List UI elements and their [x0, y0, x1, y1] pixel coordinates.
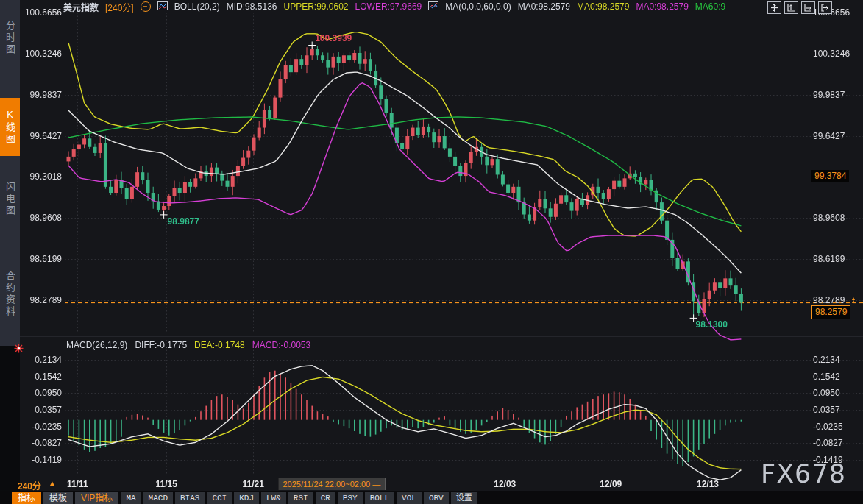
price-label-right: 100.3246: [813, 48, 850, 60]
boll-chart-icon[interactable]: [157, 1, 168, 13]
timeframe-dropdown-arrow-icon[interactable]: ▲: [49, 479, 56, 487]
date-tick: 11/21: [243, 479, 264, 489]
toolbar-indicator-button[interactable]: CCI: [207, 492, 232, 504]
toolbar-tab-2[interactable]: 模板: [43, 492, 73, 504]
current-price-badge: 98.2579: [811, 305, 850, 319]
price-up-arrow-icon: ▲▲: [850, 297, 857, 303]
toolbar-indicator-button[interactable]: MACD: [143, 492, 173, 504]
scale-x-axis-icon[interactable]: [801, 1, 815, 14]
ma0-magenta-value: MA0:98.2579: [636, 1, 688, 12]
date-tick: 11/15: [156, 479, 177, 489]
left-sidebar-lower: [0, 346, 20, 504]
left-sidebar: 分时图K线图闪电图合约资料: [0, 0, 20, 346]
indicator-settings-icon[interactable]: [14, 343, 24, 356]
sidebar-tab-3[interactable]: 闪电图: [0, 165, 20, 234]
macd-label-right: -0.0235: [813, 421, 843, 433]
chart-application-window: 分时图K线图闪电图合约资料 美元指数 [240分] − BOLL(20,2) M…: [0, 0, 863, 504]
boll-lower-value: LOWER:97.9669: [355, 1, 422, 12]
price-label-left: 100.6656: [19, 7, 62, 18]
price-label-right: 98.6199: [813, 253, 845, 265]
zoom-out-icon[interactable]: −: [141, 1, 151, 12]
timeframe-label[interactable]: 240分: [18, 479, 41, 491]
macd-label-right: 0.2134: [813, 354, 840, 366]
toolbar-settings-button[interactable]: 设置: [451, 492, 477, 504]
bottom-toolbar: 指标模板VIP指标MAMACDBIASCCIKDJLW&RSICRPSYBOLL…: [0, 491, 863, 504]
price-label-left: 98.6199: [19, 253, 62, 265]
macd-label-left: 0.1542: [19, 371, 62, 383]
date-tick: 12/13: [697, 479, 719, 489]
macd-macd-value: MACD:-0.0053: [252, 340, 310, 350]
scale-y-axis-icon[interactable]: [784, 1, 798, 14]
high-price-annotation: 100.3939: [315, 33, 352, 43]
brand-watermark: FX678: [761, 459, 846, 489]
sidebar-tab-4[interactable]: 合约资料: [0, 248, 20, 340]
symbol-title: 美元指数: [63, 1, 99, 13]
toolbar-indicator-button[interactable]: BIAS: [175, 492, 205, 504]
macd-label-left: -0.1419: [19, 454, 62, 466]
toolbar-indicator-button[interactable]: MA: [121, 492, 141, 504]
sidebar-tab-2[interactable]: K线图: [0, 98, 20, 156]
boll-upper-value: UPPER:99.0602: [283, 1, 348, 12]
macd-diff-value: DIFF:-0.1775: [135, 340, 187, 350]
selected-candle-date-badge: 2025/11/24 22:00~02:00 —: [278, 478, 385, 490]
indicator-header: 美元指数 [240分] − BOLL(20,2) MID:98.5136 UPP…: [63, 1, 725, 13]
toolbar-indicator-button[interactable]: LW&: [261, 492, 286, 504]
toolbar-tab-3[interactable]: VIP指标: [75, 492, 118, 504]
ma-label: MA(0,0,0,60,0,0): [445, 1, 511, 12]
ma-chart-icon[interactable]: [428, 1, 438, 13]
chart-window-controls: [767, 1, 832, 14]
low-price-annotation-2: 98.1300: [696, 319, 728, 330]
macd-label-right: 0.1542: [813, 371, 840, 383]
reference-price-badge: 99.3784: [811, 170, 849, 182]
macd-params-label: MACD(26,12,9): [66, 340, 127, 350]
price-label-right: 99.6427: [813, 130, 845, 142]
price-label-right: 99.9837: [813, 89, 845, 101]
price-label-left: 99.9837: [19, 89, 62, 101]
price-label-left: 98.2789: [19, 294, 62, 306]
toolbar-indicator-button[interactable]: CR: [316, 492, 335, 504]
low-price-annotation-1: 98.9877: [168, 216, 199, 227]
date-tick: 12/03: [494, 479, 516, 489]
boll-mid-value: MID:98.5136: [227, 1, 277, 12]
ma0-yellow-value: MA0:98.2579: [577, 1, 629, 12]
macd-dea-value: DEA:-0.1748: [194, 340, 245, 350]
pan-right-icon[interactable]: [818, 1, 832, 14]
toolbar-indicator-button[interactable]: BOLL: [365, 492, 394, 504]
macd-label-left: -0.0235: [19, 421, 62, 433]
macd-indicator-header: MACD(26,12,9) DIFF:-0.1775 DEA:-0.1748 M…: [66, 339, 310, 351]
macd-label-left: 0.0357: [19, 404, 62, 416]
toolbar-indicator-button[interactable]: OBV: [424, 492, 449, 504]
boll-label: BOLL(20,2): [174, 1, 220, 12]
ma0-white-value: MA0:98.2579: [518, 1, 570, 12]
toolbar-indicator-button[interactable]: VOL: [397, 492, 422, 504]
macd-label-left: 0.0950: [19, 387, 62, 399]
price-label-left: 98.9608: [19, 212, 62, 224]
macd-label-right: 0.0950: [813, 387, 840, 399]
price-label-right: 98.9608: [813, 212, 845, 224]
price-label-left: 100.3246: [19, 48, 62, 60]
toolbar-indicator-button[interactable]: PSY: [338, 492, 363, 504]
ma60-value: MA60:9: [695, 1, 725, 12]
macd-label-right: 0.0357: [813, 404, 840, 416]
date-tick: 12/09: [600, 479, 622, 489]
move-icon[interactable]: [767, 1, 781, 14]
toolbar-tab-1[interactable]: 指标: [12, 492, 41, 504]
toolbar-indicator-button[interactable]: KDJ: [234, 492, 259, 504]
price-label-left: 99.3018: [19, 171, 62, 182]
chart-plot-area[interactable]: [0, 0, 863, 504]
macd-label-left: 0.2134: [19, 354, 62, 366]
period-tag: [240分]: [105, 1, 134, 13]
date-tick: 11/11: [67, 479, 88, 489]
price-label-right: 98.2789: [813, 294, 845, 306]
price-label-left: 99.6427: [19, 130, 62, 142]
macd-label-right: -0.0827: [813, 437, 843, 449]
macd-label-left: -0.0827: [19, 437, 62, 449]
sidebar-tab-1[interactable]: 分时图: [0, 3, 20, 74]
toolbar-indicator-button[interactable]: RSI: [288, 492, 313, 504]
